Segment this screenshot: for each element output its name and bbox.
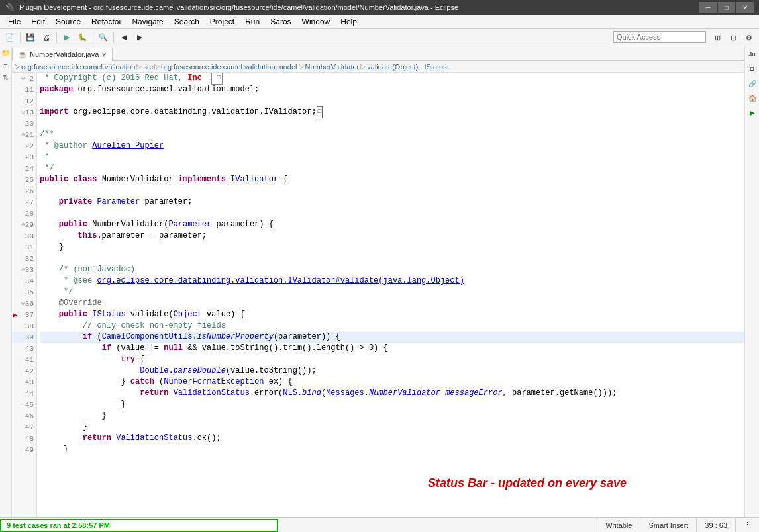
toolbar-right-icons: ⊞ ⊟ ⚙ [710,31,756,44]
menu-search[interactable]: Search [169,16,205,28]
line-num-39: 39 [12,332,36,343]
minimize-button[interactable]: ─ [699,2,717,13]
tab-number-validator[interactable]: ☕ NumberValidator.java ✕ [12,48,113,61]
breadcrumb-model[interactable]: org.fusesource.ide.camel.validation.mode… [161,63,297,71]
line-num-45: 45 [12,399,36,410]
sidebar-hierarchy-icon[interactable]: ⇅ [1,72,10,83]
code-line-23: * [40,152,744,163]
code-line-40: if (value != null && value.toString().tr… [40,343,744,354]
menu-saros[interactable]: Saros [265,16,296,28]
menu-edit[interactable]: Edit [26,16,50,28]
menu-file[interactable]: File [3,16,26,28]
code-line-47: } [40,421,744,433]
menu-run[interactable]: Run [240,16,265,28]
code-line-49: } [40,444,744,455]
toolbar-run-btn[interactable]: ▶ [60,31,74,44]
toolbar-settings-btn[interactable]: ⚙ [742,31,756,44]
code-line-20 [40,118,744,129]
line-num-12: 12 [12,95,36,107]
code-line-32 [40,253,744,264]
toolbar-search-btn[interactable]: 🔍 [96,31,111,44]
sidebar-package-explorer-icon[interactable]: 📁 [0,48,12,59]
code-line-30: this.parameter = parameter; [40,230,744,242]
code-line-44: return ValidationStatus.error(NLS.bind(M… [40,388,744,399]
code-content[interactable]: * Copyright (c) 2016 Red Hat, Inc . □ pa… [37,73,744,517]
menu-bar: File Edit Source Refactor Navigate Searc… [0,15,759,29]
toolbar-new-btn[interactable]: 📄 [3,31,17,44]
app-icon: 🔌 [5,3,15,12]
breadcrumb-package[interactable]: org.fusesource.ide.camel.validation [21,63,135,71]
code-line-27: private Parameter parameter; [40,197,744,208]
menu-source[interactable]: Source [50,16,86,28]
code-line-29: public NumberValidator(Parameter paramet… [40,219,744,230]
breadcrumb-src[interactable]: src [143,63,153,71]
toolbar-save-btn[interactable]: 💾 [23,31,38,44]
breadcrumb-method[interactable]: validate(Object) : IStatus [367,63,446,71]
title-bar: 🔌 Plug-in Development - org.fusesource.i… [0,0,759,15]
code-line-37: public IStatus validate(Object value) { [40,309,744,320]
right-sidebar-btn-2[interactable]: ⚙ [745,62,760,75]
code-line-31: } [40,242,744,253]
status-right-items: Writable Smart Insert 39 : 63 ⋮ [597,518,759,533]
window-title: Plug-in Development - org.fusesource.ide… [19,3,699,11]
toolbar-print-btn[interactable]: 🖨 [39,31,54,44]
code-line-28 [40,208,744,219]
code-line-42: Double.parseDouble(value.toString()); [40,365,744,377]
line-num-49: 49 [12,444,36,455]
menu-refactor[interactable]: Refactor [86,16,126,28]
status-bar: 9 test cases ran at 2:58:57 PM Writable … [0,517,759,532]
maximize-button[interactable]: □ [718,2,735,13]
code-line-26 [40,185,744,197]
toolbar-back-btn[interactable]: ◀ [117,31,131,44]
code-line-34: * @see org.eclipse.core.databinding.vali… [40,275,744,287]
sidebar-outline-icon[interactable]: ≡ [2,60,9,71]
line-num-23: 23 [12,152,36,163]
toolbar-sep-3 [93,32,93,43]
right-sidebar-btn-3[interactable]: 🔗 [745,77,760,90]
code-line-24: */ [40,163,744,174]
code-line-11: package org.fusesource.camel.validation.… [40,84,744,95]
menu-help[interactable]: Help [335,16,362,28]
line-num-30: 30 [12,230,36,242]
code-line-25: public class NumberValidator implements … [40,174,744,185]
line-num-42: 42 [12,365,36,377]
line-num-31: 31 [12,242,36,253]
code-line-43: } catch (NumberFormatException ex) { [40,377,744,388]
toolbar-forward-btn[interactable]: ▶ [132,31,147,44]
line-num-24: 24 [12,163,36,174]
breadcrumb-class[interactable]: NumberValidator [305,63,360,71]
right-sidebar-btn-4[interactable]: 🏠 [745,91,760,105]
line-num-41: 41 [12,354,36,365]
toolbar-perspective-btn[interactable]: ⊞ [710,31,725,44]
main-area: 📁 ≡ ⇅ ☕ NumberValidator.java ✕ ▷ org.fus… [0,46,759,517]
menu-navigate[interactable]: Navigate [126,16,168,28]
right-sidebar-btn-5[interactable]: ▶ [745,106,760,119]
code-line-39: if (CamelComponentUtils.isNumberProperty… [40,332,744,343]
right-sidebar-btn-1[interactable]: Ju [745,48,760,61]
status-test-text: 9 test cases ran at 2:58:57 PM [7,521,110,529]
code-line-35: */ [40,287,744,298]
code-line-22: * @author Aurelien Pupier [40,140,744,152]
line-num-37: ▶37 [12,309,36,320]
line-num-28: 28 [12,208,36,219]
menu-window[interactable]: Window [297,16,336,28]
line-num-25: 25 [12,174,36,185]
menu-project[interactable]: Project [205,16,240,28]
code-editor: ⊖2 11 12 ⊕13 20 ⊖21 22 23 24 25 26 27 28… [12,73,744,517]
toolbar-sep-4 [113,32,114,43]
code-line-41: try { [40,354,744,365]
close-button[interactable]: ✕ [736,2,754,13]
right-sidebar: Ju ⚙ 🔗 🏠 ▶ [744,46,759,517]
toolbar-debug-btn[interactable]: 🐛 [76,31,90,44]
toolbar-layout-btn[interactable]: ⊟ [726,31,740,44]
status-more-btn[interactable]: ⋮ [735,518,759,533]
line-num-20: 20 [12,118,36,129]
tab-close-icon[interactable]: ✕ [101,51,107,58]
line-num-36: ⊖36 [12,298,36,309]
code-line-38: // only check non-empty fields [40,320,744,332]
quick-access-input[interactable] [613,31,706,43]
code-line-21: /** [40,129,744,140]
code-line-36: @Override [40,298,744,309]
line-num-38: 38 [12,320,36,332]
quick-access-container [613,31,706,43]
